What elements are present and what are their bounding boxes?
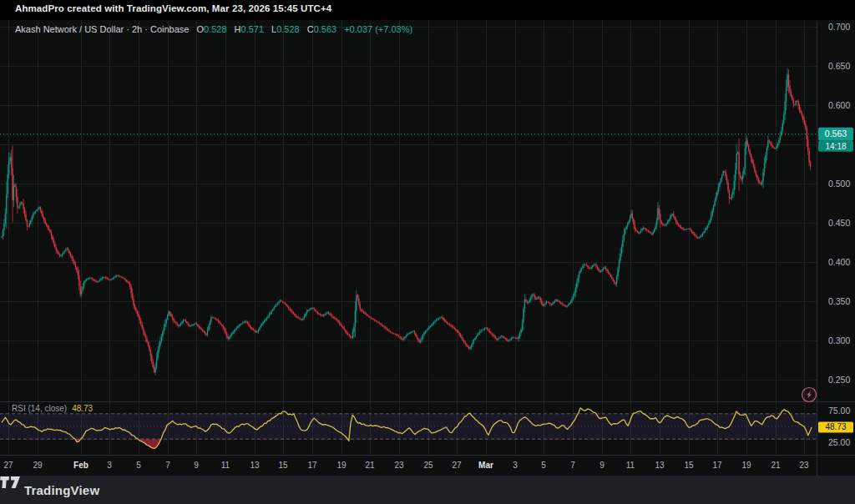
svg-text:21: 21 [365,461,375,470]
svg-text:11: 11 [221,461,230,470]
svg-text:15: 15 [278,461,288,470]
svg-text:0.250: 0.250 [828,375,850,385]
svg-text:7: 7 [570,461,575,470]
tradingview-chart-window: 0.7000.6500.6000.5000.4500.4000.3500.300… [0,0,855,504]
svg-text:0.650: 0.650 [828,61,850,71]
symbol-title[interactable]: Akash Network / US Dollar · 2h · Coinbas… [15,24,189,34]
svg-text:15: 15 [684,461,694,470]
svg-text:5: 5 [541,461,546,470]
last-price-badge: 0.56314:18 [818,128,853,152]
svg-text:27: 27 [3,461,13,470]
rsi-legend-label: RSI (14, close) [12,404,67,413]
svg-text:25.00: 25.00 [828,437,850,447]
chart-canvas[interactable]: 0.7000.6500.6000.5000.4500.4000.3500.300… [0,0,855,476]
svg-text:75.00: 75.00 [828,406,850,416]
svg-text:0.400: 0.400 [828,257,850,267]
price-change: +0.037 (+7.03%) [344,24,412,34]
svg-text:Mar: Mar [478,461,493,470]
footer-bar: TradingView [0,476,855,504]
ohlc-open: O0.528 [196,24,226,34]
svg-text:5: 5 [136,461,141,470]
svg-text:13: 13 [655,461,665,470]
ohlc-high: H0.571 [235,24,264,34]
svg-text:19: 19 [336,461,347,470]
svg-text:3: 3 [107,461,112,470]
svg-text:0.450: 0.450 [828,218,850,228]
svg-text:0.700: 0.700 [828,22,850,32]
svg-text:11: 11 [626,461,635,470]
svg-text:25: 25 [423,461,433,470]
svg-text:48.73: 48.73 [825,422,846,431]
svg-text:14:18: 14:18 [825,142,846,151]
tradingview-wordmark[interactable]: TradingView [24,483,99,497]
svg-text:23: 23 [394,461,404,470]
svg-text:3: 3 [513,461,518,470]
lightning-icon[interactable] [802,388,817,402]
svg-text:9: 9 [194,461,199,470]
svg-text:0.500: 0.500 [828,179,850,189]
rsi-indicator-legend[interactable]: RSI (14, close) 48.73 [12,404,93,413]
svg-text:Feb: Feb [73,461,89,470]
svg-text:17: 17 [307,461,317,470]
svg-text:17: 17 [712,461,722,470]
svg-text:19: 19 [741,461,751,470]
symbol-legend: Akash Network / US Dollar · 2h · Coinbas… [15,24,412,34]
svg-text:0.563: 0.563 [825,129,847,139]
svg-text:23: 23 [799,461,809,470]
rsi-value-badge: 48.73 [818,421,853,432]
ohlc-close: C0.563 [307,24,336,34]
rsi-legend-value: 48.73 [72,404,93,413]
ohlc-low: L0.528 [271,24,300,34]
svg-text:0.300: 0.300 [828,335,850,345]
svg-text:27: 27 [452,461,462,470]
svg-text:13: 13 [250,461,260,470]
svg-text:29: 29 [33,461,43,470]
svg-text:21: 21 [771,461,781,470]
svg-text:9: 9 [600,461,605,470]
svg-text:7: 7 [165,461,170,470]
svg-text:0.350: 0.350 [828,296,850,306]
svg-text:0.600: 0.600 [828,100,850,110]
watermark-attribution: AhmadPro created with TradingView.com, M… [15,3,331,13]
